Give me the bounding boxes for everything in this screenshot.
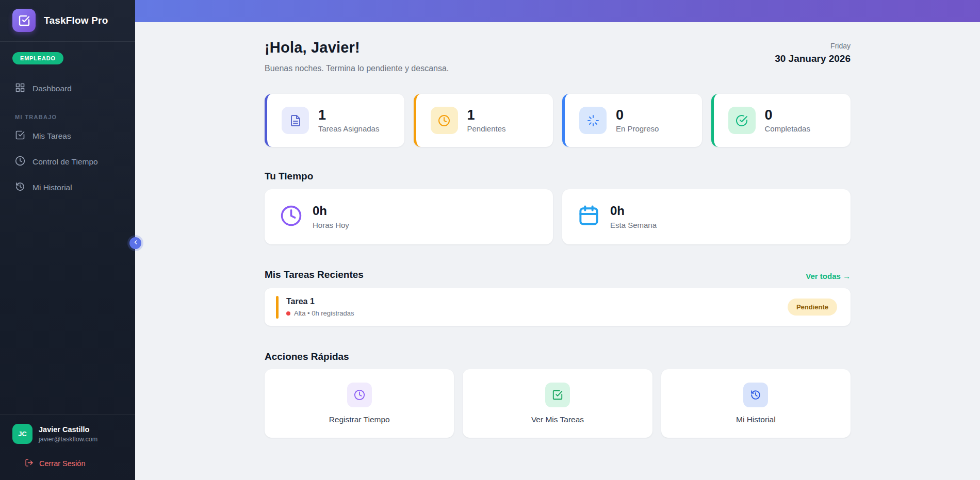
sidebar-item-label: Dashboard [32,84,72,93]
date-block: Friday 30 January 2026 [775,39,851,64]
sidebar-item-dashboard[interactable]: Dashboard [0,76,135,102]
greeting-subtitle: Buenas noches. Termina lo pendiente y de… [265,64,449,73]
sidebar-item-mis-tareas[interactable]: Mis Tareas [0,123,135,149]
sidebar-item-control-de-tiempo[interactable]: Control de Tiempo [0,149,135,175]
logout-button[interactable]: Cerrar Sesión [12,444,123,480]
logout-label: Cerrar Sesión [39,459,85,468]
chevron-left-icon [133,239,139,247]
sidebar-nav: Dashboard MI TRABAJO Mis Tareas Control … [0,76,135,201]
file-icon [282,107,309,134]
check-circle-icon [728,107,756,134]
role-badge-wrap: EMPLEADO [0,42,135,68]
brand: TaskFlow Pro [0,0,135,41]
time-row: 0h Horas Hoy 0h Esta Semana [265,189,851,244]
sidebar-item-label: Control de Tiempo [32,157,98,167]
task-row-tarea-1[interactable]: Tarea 1 Alta • 0h registradas Pendiente [265,288,851,326]
stat-label: Tareas Asignadas [318,124,379,133]
sidebar-section-label: MI TRABAJO [0,102,135,123]
app-logo-check-square-icon [12,9,36,32]
stat-card-tareas-asignadas: 1 Tareas Asignadas [265,94,404,147]
user-section: JC Javier Castillo javier@taskflow.com C… [0,414,135,480]
avatar: JC [12,424,32,444]
user-meta: Javier Castillo javier@taskflow.com [39,425,97,443]
stat-label: Pendientes [467,124,506,133]
task-title: Tarea 1 [286,297,354,306]
time-section-title: Tu Tiempo [265,171,851,182]
topbar-gradient [135,0,980,22]
app-root: TaskFlow Pro EMPLEADO Dashboard MI TRABA… [0,0,980,480]
stat-card-pendientes: 1 Pendientes [414,94,553,147]
stat-value: 1 [318,108,379,122]
logout-icon [25,458,34,469]
header-row: ¡Hola, Javier! Buenas noches. Termina lo… [265,39,851,73]
user-row: JC Javier Castillo javier@taskflow.com [12,424,123,444]
sidebar-item-label: Mis Tareas [32,131,71,141]
clock-icon [431,107,458,134]
tasks-header: Mis Tareas Recientes Ver todas → [265,269,851,280]
time-texts: 0h Horas Hoy [313,204,349,229]
clock-icon [280,205,302,229]
task-left: Tarea 1 Alta • 0h registradas [276,296,354,319]
time-value: 0h [610,204,657,218]
action-registrar-tiempo[interactable]: Registrar Tiempo [265,369,454,438]
calendar-icon [578,205,600,229]
stat-card-en-progreso: 0 En Progreso [562,94,702,147]
actions-row: Registrar Tiempo Ver Mis Tareas Mi Histo… [265,369,851,438]
priority-bar [276,296,279,319]
task-texts: Tarea 1 Alta • 0h registradas [286,297,354,317]
action-ver-mis-tareas[interactable]: Ver Mis Tareas [463,369,652,438]
time-card-esta-semana: 0h Esta Semana [562,189,851,244]
tasks-section-title: Mis Tareas Recientes [265,269,364,280]
weekday-text: Friday [775,42,851,50]
time-value: 0h [313,204,349,218]
stats-row: 1 Tareas Asignadas 1 Pendientes [265,94,851,147]
stat-value: 1 [467,108,506,122]
check-square-icon [15,130,25,142]
stat-texts: 0 En Progreso [616,108,659,133]
history-icon [15,181,25,194]
grid-icon [15,82,25,95]
task-meta-text: Alta • 0h registradas [294,309,354,317]
actions-section-title: Acciones Rápidas [265,351,851,362]
action-label: Ver Mis Tareas [531,415,584,424]
user-name: Javier Castillo [39,425,97,435]
history-icon [743,383,768,407]
app-title: TaskFlow Pro [44,15,108,26]
clock-icon [15,156,25,168]
stat-card-completadas: 0 Completadas [711,94,851,147]
view-all-link[interactable]: Ver todas → [806,272,851,280]
dashboard-content: ¡Hola, Javier! Buenas noches. Termina lo… [265,22,851,438]
sidebar-collapse-button[interactable] [129,237,141,249]
page-title: ¡Hola, Javier! [265,39,449,56]
stat-value: 0 [765,108,810,122]
user-email: javier@taskflow.com [39,436,97,443]
action-label: Mi Historial [736,415,776,424]
clock-icon [347,383,372,407]
priority-dot-icon [286,311,290,316]
check-square-icon [545,383,570,407]
task-meta: Alta • 0h registradas [286,309,354,317]
greeting-block: ¡Hola, Javier! Buenas noches. Termina lo… [265,39,449,73]
role-badge: EMPLEADO [12,52,63,64]
sidebar-spacer [0,201,135,414]
sidebar-item-label: Mi Historial [32,183,72,192]
sidebar: TaskFlow Pro EMPLEADO Dashboard MI TRABA… [0,0,135,480]
time-texts: 0h Esta Semana [610,204,657,229]
action-mi-historial[interactable]: Mi Historial [661,369,851,438]
stat-texts: 1 Tareas Asignadas [318,108,379,133]
date-text: 30 January 2026 [775,53,851,64]
time-label: Esta Semana [610,221,657,229]
spinner-icon [579,107,607,134]
time-card-horas-hoy: 0h Horas Hoy [265,189,553,244]
sidebar-item-mi-historial[interactable]: Mi Historial [0,175,135,201]
action-label: Registrar Tiempo [329,415,390,424]
main-area: ¡Hola, Javier! Buenas noches. Termina lo… [135,0,980,480]
stat-label: En Progreso [616,124,659,133]
stat-value: 0 [616,108,659,122]
time-label: Horas Hoy [313,221,349,229]
stat-texts: 0 Completadas [765,108,810,133]
status-badge: Pendiente [788,299,837,316]
stat-texts: 1 Pendientes [467,108,506,133]
stat-label: Completadas [765,124,810,133]
